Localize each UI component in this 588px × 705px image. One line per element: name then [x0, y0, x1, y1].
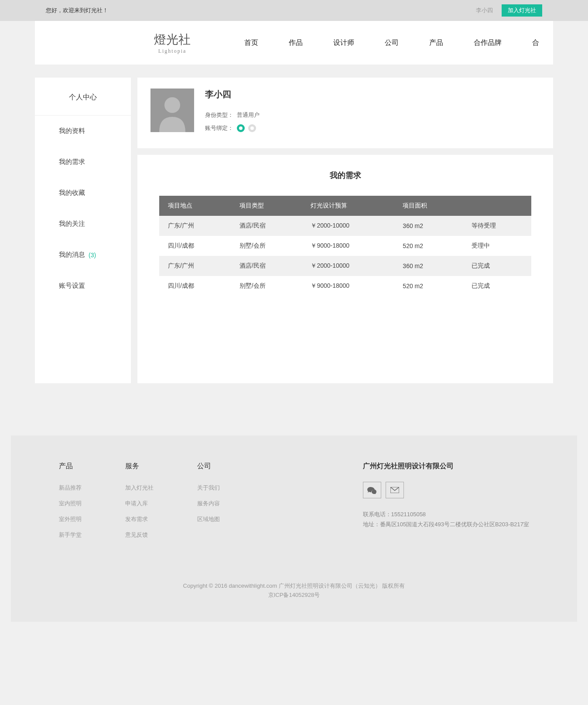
- qq-icon[interactable]: [248, 124, 256, 132]
- copyright-line1: Copyright © 2016 dancewithlight.com 广州灯光…: [59, 582, 529, 591]
- footer-link[interactable]: 发布需求: [125, 515, 154, 523]
- copyright-line2: 京ICP备14052928号: [59, 591, 529, 600]
- logo[interactable]: 燈光社 Lightopia: [118, 21, 227, 65]
- logo-sub: Lightopia: [158, 48, 187, 54]
- sidebar-title: 个人中心: [35, 93, 131, 116]
- company-name: 广州灯光社照明设计有限公司: [363, 462, 529, 471]
- avatar: [150, 89, 194, 132]
- svg-point-1: [164, 97, 180, 113]
- cell-status: 已完成: [463, 256, 531, 276]
- cell-status: 受理中: [463, 236, 531, 256]
- cell-type: 别墅/会所: [231, 276, 302, 296]
- footer-col-title: 服务: [125, 462, 154, 471]
- address-value: 番禺区105国道大石段493号二楼优联办公社区B203-B217室: [380, 521, 529, 528]
- th-status: [463, 196, 531, 216]
- join-button[interactable]: 加入灯光社: [502, 4, 542, 17]
- cell-area: 360 m2: [394, 216, 462, 236]
- nav-company[interactable]: 公司: [385, 38, 399, 48]
- svg-point-2: [239, 126, 243, 130]
- footer-col: 服务加入灯光社申请入库发布需求意见反馈: [125, 462, 154, 547]
- nav-designers[interactable]: 设计师: [333, 38, 354, 48]
- sidebar-item-settings[interactable]: 账号设置: [35, 270, 131, 301]
- footer-link[interactable]: 室内照明: [59, 500, 82, 507]
- footer-link[interactable]: 意见反馈: [125, 531, 154, 539]
- sidebar-item-profile[interactable]: 我的资料: [35, 116, 131, 146]
- cell-budget: ￥9000-18000: [302, 236, 394, 256]
- cell-area: 360 m2: [394, 256, 462, 276]
- email-social-icon[interactable]: [386, 482, 404, 498]
- cell-status: 已完成: [463, 276, 531, 296]
- cell-location: 广东/广州: [159, 256, 231, 276]
- top-bar: 您好，欢迎来到灯光社！ 李小四 加入灯光社: [0, 0, 588, 21]
- th-location: 项目地点: [159, 196, 231, 216]
- cell-area: 520 m2: [394, 276, 462, 296]
- footer-col: 公司关于我们服务内容区域地图: [197, 462, 220, 547]
- identity-label: 身份类型：: [205, 111, 233, 119]
- footer-link[interactable]: 加入灯光社: [125, 484, 154, 492]
- footer: 产品新品推荐室内照明室外照明新手学堂服务加入灯光社申请入库发布需求意见反馈公司关…: [11, 436, 577, 622]
- profile-name: 李小四: [205, 89, 260, 100]
- cell-type: 酒店/民宿: [231, 256, 302, 276]
- footer-link[interactable]: 关于我们: [197, 484, 220, 492]
- cell-location: 四川/成都: [159, 236, 231, 256]
- cell-budget: ￥2000-10000: [302, 216, 394, 236]
- table-row[interactable]: 四川/成都 别墅/会所 ￥9000-18000 520 m2 已完成: [159, 276, 531, 296]
- wechat-social-icon[interactable]: [363, 482, 381, 498]
- th-area: 项目面积: [394, 196, 462, 216]
- header: 燈光社 Lightopia 首页 作品 设计师 公司 产品 合作品牌 合: [35, 21, 553, 65]
- cell-location: 广东/广州: [159, 216, 231, 236]
- nav-works[interactable]: 作品: [289, 38, 303, 48]
- cell-type: 酒店/民宿: [231, 216, 302, 236]
- username-link[interactable]: 李小四: [476, 7, 493, 14]
- cell-budget: ￥2000-10000: [302, 256, 394, 276]
- footer-col-title: 公司: [197, 462, 220, 471]
- cell-location: 四川/成都: [159, 276, 231, 296]
- th-type: 项目类型: [231, 196, 302, 216]
- footer-link[interactable]: 室外照明: [59, 515, 82, 523]
- footer-company: 广州灯光社照明设计有限公司 联系电话：15521105058 地址：番禺区105…: [363, 462, 529, 547]
- wechat-icon[interactable]: [237, 124, 245, 132]
- nav-brands[interactable]: 合作品牌: [474, 38, 502, 48]
- welcome-text: 您好，欢迎来到灯光社！: [46, 7, 108, 14]
- section-title: 我的需求: [159, 170, 531, 181]
- nav-home[interactable]: 首页: [244, 38, 258, 48]
- nav-products[interactable]: 产品: [429, 38, 443, 48]
- address-label: 地址：: [363, 521, 380, 528]
- sidebar-item-favorites[interactable]: 我的收藏: [35, 177, 131, 208]
- footer-link[interactable]: 新品推荐: [59, 484, 82, 492]
- bind-label: 账号绑定：: [205, 124, 233, 132]
- table-row[interactable]: 四川/成都 别墅/会所 ￥9000-18000 520 m2 受理中: [159, 236, 531, 256]
- footer-link[interactable]: 区域地图: [197, 515, 220, 523]
- sidebar-item-demands[interactable]: 我的需求: [35, 146, 131, 177]
- sidebar-item-follows[interactable]: 我的关注: [35, 208, 131, 239]
- footer-col: 产品新品推荐室内照明室外照明新手学堂: [59, 462, 82, 547]
- logo-main: 燈光社: [154, 31, 191, 48]
- cell-type: 别墅/会所: [231, 236, 302, 256]
- sidebar-item-messages[interactable]: 我的消息 (3): [35, 239, 131, 270]
- table-header-row: 项目地点 项目类型 灯光设计预算 项目面积: [159, 196, 531, 216]
- th-budget: 灯光设计预算: [302, 196, 394, 216]
- phone-value: 15521105058: [391, 511, 426, 518]
- svg-point-3: [250, 126, 254, 130]
- main-nav: 首页 作品 设计师 公司 产品 合作品牌 合: [244, 38, 539, 48]
- footer-link[interactable]: 新手学堂: [59, 531, 82, 539]
- messages-badge: (3): [89, 252, 96, 259]
- sidebar: 个人中心 我的资料 我的需求 我的收藏 我的关注 我的消息 (3) 账号设置: [35, 78, 131, 383]
- profile-card: 李小四 身份类型： 普通用户 账号绑定：: [137, 78, 553, 148]
- identity-value: 普通用户: [237, 111, 260, 119]
- demands-table: 项目地点 项目类型 灯光设计预算 项目面积 广东/广州 酒店/民宿 ￥2000-…: [159, 196, 531, 296]
- phone-label: 联系电话：: [363, 511, 391, 518]
- cell-status: 等待受理: [463, 216, 531, 236]
- table-row[interactable]: 广东/广州 酒店/民宿 ￥2000-10000 360 m2 已完成: [159, 256, 531, 276]
- cell-area: 520 m2: [394, 236, 462, 256]
- footer-col-title: 产品: [59, 462, 82, 471]
- footer-link[interactable]: 服务内容: [197, 500, 220, 507]
- table-row[interactable]: 广东/广州 酒店/民宿 ￥2000-10000 360 m2 等待受理: [159, 216, 531, 236]
- nav-more[interactable]: 合: [532, 38, 539, 48]
- cell-budget: ￥9000-18000: [302, 276, 394, 296]
- footer-link[interactable]: 申请入库: [125, 500, 154, 507]
